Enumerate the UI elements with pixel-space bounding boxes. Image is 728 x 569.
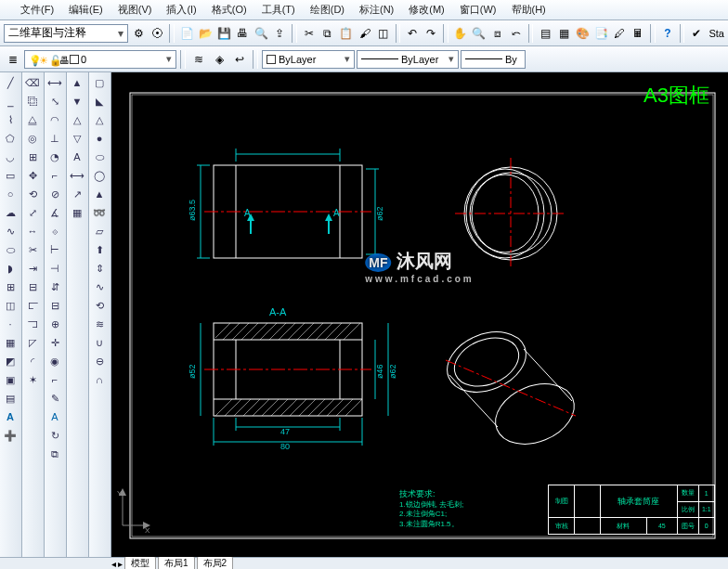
- quick-dim-tool[interactable]: ⟐: [46, 223, 64, 239]
- continue-dim-tool[interactable]: ⊣: [46, 260, 64, 277]
- jogged-dim-tool[interactable]: ⌐: [46, 167, 64, 184]
- mirror-tool[interactable]: ⧋: [23, 111, 42, 128]
- workspace-settings-button[interactable]: ⚙: [130, 24, 147, 43]
- open-button[interactable]: 📂: [197, 24, 214, 43]
- rotate-tool[interactable]: ⟲: [23, 186, 42, 202]
- union-tool[interactable]: ∪: [90, 334, 109, 351]
- fillet-tool[interactable]: ◜: [23, 353, 42, 369]
- line-tool[interactable]: ╱: [1, 74, 20, 91]
- menu-tools[interactable]: 工具(T): [258, 1, 299, 19]
- dim-edit-tool[interactable]: ✎: [46, 390, 64, 407]
- extend-tool[interactable]: ⇥: [23, 260, 42, 277]
- insert-block-tool[interactable]: ⊞: [1, 278, 20, 295]
- menu-modify[interactable]: 修改(M): [405, 1, 448, 19]
- break-tool[interactable]: ⫍: [23, 297, 42, 314]
- tab-layout1[interactable]: 布局1: [158, 556, 195, 569]
- dim-space-tool[interactable]: ⇵: [46, 278, 64, 295]
- ellipse-tool[interactable]: ⬭: [1, 241, 20, 258]
- print-button[interactable]: 🖶: [234, 24, 251, 43]
- match-properties-button[interactable]: 🖌: [357, 24, 373, 43]
- point-tool[interactable]: ·: [1, 316, 20, 332]
- leader-front-tool[interactable]: ↗: [68, 186, 86, 202]
- properties-button[interactable]: ▤: [537, 24, 553, 43]
- make-block-tool[interactable]: ◫: [1, 297, 20, 314]
- new-button[interactable]: 📄: [178, 24, 195, 43]
- trim-tool[interactable]: ✂: [23, 241, 42, 258]
- offset-tool[interactable]: ◎: [23, 130, 42, 147]
- hatch-tool[interactable]: ▦: [1, 334, 20, 351]
- paste-button[interactable]: 📋: [338, 24, 355, 43]
- break-at-point-tool[interactable]: ⊟: [23, 278, 42, 295]
- menu-file[interactable]: 文件(F): [17, 1, 58, 19]
- stretch-tool[interactable]: ↔: [23, 223, 42, 239]
- send-under-tool[interactable]: ▽: [68, 130, 86, 147]
- quickcalc-button[interactable]: 🖩: [630, 24, 646, 43]
- xline-tool[interactable]: ⎯: [1, 93, 20, 110]
- center-mark-tool[interactable]: ✛: [46, 334, 64, 351]
- tool-palettes-button[interactable]: 🎨: [574, 24, 591, 43]
- menu-view[interactable]: 视图(V): [114, 1, 156, 19]
- help-button[interactable]: ?: [659, 24, 676, 43]
- box-tool[interactable]: ▢: [90, 74, 109, 91]
- block-editor-button[interactable]: ◫: [375, 24, 392, 43]
- copy-button[interactable]: ⧉: [319, 24, 336, 43]
- radius-dim-tool[interactable]: ◔: [46, 149, 64, 165]
- array-tool[interactable]: ⊞: [23, 149, 42, 165]
- inspection-tool[interactable]: ◉: [46, 353, 64, 369]
- menu-insert[interactable]: 插入(I): [162, 1, 200, 19]
- dim-break-tool[interactable]: ⊟: [46, 297, 64, 314]
- angular-dim-tool[interactable]: ∡: [46, 204, 64, 221]
- erase-tool[interactable]: ⌫: [23, 74, 42, 91]
- aligned-dim-tool[interactable]: ⤡: [46, 93, 64, 110]
- sweep-tool[interactable]: ∿: [90, 278, 109, 295]
- linear-dim-tool[interactable]: ⟷: [46, 74, 64, 91]
- menu-edit[interactable]: 编辑(E): [65, 1, 107, 19]
- bring-front-tool[interactable]: ▲: [68, 74, 86, 91]
- jogged-linear-tool[interactable]: ⌐: [46, 371, 64, 388]
- publish-button[interactable]: ⇪: [271, 24, 288, 43]
- menu-draw[interactable]: 绘图(D): [306, 1, 348, 19]
- zoom-previous-button[interactable]: ⤺: [508, 24, 525, 43]
- polyline-tool[interactable]: ⌇: [1, 111, 20, 128]
- baseline-dim-tool[interactable]: ⊢: [46, 241, 64, 258]
- layer-dropdown[interactable]: 💡 ☀ 🔓 🖶 0 ▾: [24, 50, 176, 69]
- zoom-window-button[interactable]: ⧈: [489, 24, 506, 43]
- sphere-tool[interactable]: ●: [90, 130, 109, 147]
- circle-tool[interactable]: ○: [1, 186, 20, 202]
- add-selected-tool[interactable]: ➕: [1, 427, 20, 444]
- tolerance-tool[interactable]: ⊕: [46, 316, 64, 332]
- menu-help[interactable]: 帮助(H): [508, 1, 550, 19]
- join-tool[interactable]: ⫎: [23, 316, 42, 332]
- diameter-dim-tool[interactable]: ⊘: [46, 186, 64, 202]
- send-back-tool[interactable]: ▼: [68, 93, 86, 110]
- dim-update-tool[interactable]: ↻: [46, 427, 64, 444]
- menu-dimension[interactable]: 标注(N): [356, 1, 397, 19]
- linetype-dropdown[interactable]: ByLayer ▾: [357, 50, 459, 69]
- scale-tool[interactable]: ⤢: [23, 204, 42, 221]
- torus-tool[interactable]: ◯: [90, 167, 109, 184]
- helix-tool[interactable]: ➿: [90, 204, 109, 221]
- arc-length-dim-tool[interactable]: ◠: [46, 111, 64, 128]
- copy-tool[interactable]: ⿻: [23, 93, 42, 110]
- save-button[interactable]: 💾: [215, 24, 232, 43]
- mtext-tool[interactable]: A: [1, 408, 20, 425]
- standards-check-button[interactable]: ✔: [688, 24, 705, 43]
- layer-isolate-button[interactable]: ◈: [210, 50, 228, 69]
- dim-front-tool[interactable]: ⟷: [68, 167, 86, 184]
- move-tool[interactable]: ✥: [23, 167, 42, 184]
- undo-button[interactable]: ↶: [404, 24, 421, 43]
- region-tool[interactable]: ▣: [1, 371, 20, 388]
- zoom-realtime-button[interactable]: 🔍: [471, 24, 488, 43]
- drawing-canvas[interactable]: ø63.5 ø62 A A A-A: [111, 72, 728, 557]
- ellipse-arc-tool[interactable]: ◗: [1, 260, 20, 277]
- sheet-set-button[interactable]: 📑: [592, 24, 609, 43]
- tab-layout2[interactable]: 布局2: [197, 556, 234, 569]
- bring-above-tool[interactable]: △: [68, 111, 86, 128]
- cut-button[interactable]: ✂: [301, 24, 318, 43]
- tab-scroll-left[interactable]: ◂: [111, 559, 116, 569]
- cone-tool[interactable]: △: [90, 111, 109, 128]
- extrude-tool[interactable]: ⬆: [90, 241, 109, 258]
- tab-model[interactable]: 模型: [124, 556, 156, 569]
- layer-states-button[interactable]: ≋: [189, 50, 208, 69]
- revolve-tool[interactable]: ⟲: [90, 297, 109, 314]
